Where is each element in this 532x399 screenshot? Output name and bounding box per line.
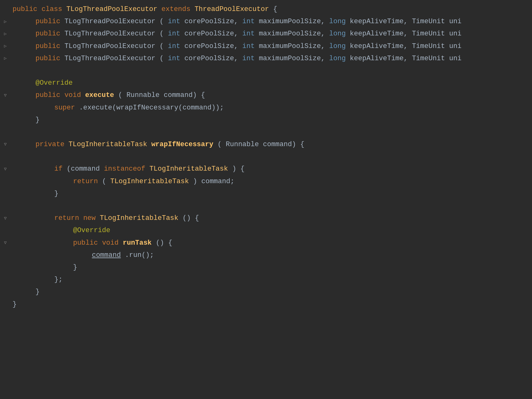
line-content-3: public TLogThreadPoolExecutor ( int core… (9, 28, 532, 39)
gutter-7: ▽ (0, 93, 9, 98)
code-line-blank-3 (0, 151, 532, 163)
line-content-14: return new TLogInheritableTask () { (9, 213, 532, 224)
line-content-8: super .execute(wrapIfNecessary(command))… (9, 102, 532, 113)
code-line-1: public class TLogThreadPoolExecutor exte… (0, 3, 532, 15)
line-content-16: public void runTask () { (9, 237, 532, 248)
gutter-11: ▽ (0, 167, 9, 171)
method-wrapifnecessary: wrapIfNecessary (151, 141, 213, 148)
keyword-class: class (41, 5, 62, 13)
line-content-4: public TLogThreadPoolExecutor ( int core… (9, 41, 532, 52)
line-content-6: @Override (9, 77, 532, 88)
code-line-5: ▷ public TLogThreadPoolExecutor ( int co… (0, 52, 532, 65)
code-line-16: ▽ public void runTask () { (0, 237, 532, 249)
gutter-3: ▷ (0, 32, 9, 36)
method-execute: execute (85, 91, 114, 99)
code-line-11: ▽ if (command instanceof TLogInheritable… (0, 163, 532, 175)
code-line-blank-2 (0, 126, 532, 138)
code-line-15: @Override (0, 224, 532, 237)
gutter-4: ▷ (0, 44, 9, 48)
line-content-17: command .run(); (9, 250, 532, 261)
line-content-5: public TLogThreadPoolExecutor ( int core… (9, 53, 532, 64)
code-line-blank-1 (0, 65, 532, 77)
code-line-17: command .run(); (0, 249, 532, 261)
code-line-blank-4 (0, 200, 532, 212)
code-line-14: ▽ return new TLogInheritableTask () { (0, 212, 532, 224)
code-line-8: super .execute(wrapIfNecessary(command))… (0, 102, 532, 114)
keyword-public: public (13, 5, 37, 13)
line-content-1: public class TLogThreadPoolExecutor exte… (9, 4, 532, 15)
line-content-20: } (9, 286, 532, 297)
fold-icon-4[interactable]: ▷ (3, 44, 8, 48)
code-line-12: return ( TLogInheritableTask ) command; (0, 175, 532, 188)
class-threadpoolexecutor: ThreadPoolExecutor (195, 5, 269, 13)
gutter-2: ▷ (0, 19, 9, 24)
code-line-13: } (0, 188, 532, 200)
line-content-18: } (9, 262, 532, 273)
keyword-extends: extends (161, 5, 190, 13)
method-runtask: runTask (123, 239, 152, 247)
code-line-10: ▽ private TLogInheritableTask wrapIfNece… (0, 138, 532, 151)
line-content-21: } (9, 299, 532, 310)
fold-icon-3[interactable]: ▷ (3, 32, 8, 36)
code-line-4: ▷ public TLogThreadPoolExecutor ( int co… (0, 40, 532, 52)
code-line-9: } (0, 114, 532, 126)
code-line-20: } (0, 286, 532, 298)
gutter-16: ▽ (0, 241, 9, 245)
code-line-18: } (0, 261, 532, 274)
annotation-override-2: @Override (73, 226, 110, 234)
fold-icon-10[interactable]: ▽ (3, 142, 8, 147)
line-content-11: if (command instanceof TLogInheritableTa… (9, 163, 532, 174)
fold-icon-16[interactable]: ▽ (3, 241, 8, 245)
line-content-7: public void execute ( Runnable command) … (9, 90, 532, 101)
code-line-6: @Override (0, 77, 532, 89)
var-command: command (92, 251, 121, 259)
code-line-2: ▷ public TLogThreadPoolExecutor ( int co… (0, 15, 532, 28)
line-content-13: } (9, 188, 532, 199)
line-content-19: }; (9, 274, 532, 285)
fold-icon-2[interactable]: ▷ (3, 19, 8, 24)
fold-icon-11[interactable]: ▽ (3, 167, 8, 171)
line-content-2: public TLogThreadPoolExecutor ( int core… (9, 16, 532, 27)
code-line-3: ▷ public TLogThreadPoolExecutor ( int co… (0, 28, 532, 40)
class-tlogthreadpoolexecutor: TLogThreadPoolExecutor (66, 5, 157, 13)
gutter-10: ▽ (0, 142, 9, 147)
line-content-12: return ( TLogInheritableTask ) command; (9, 176, 532, 187)
annotation-override: @Override (35, 79, 73, 87)
fold-icon-5[interactable]: ▷ (3, 56, 8, 61)
line-content-9: } (9, 114, 532, 125)
line-content-15: @Override (9, 225, 532, 236)
fold-icon-14[interactable]: ▽ (3, 216, 8, 221)
gutter-14: ▽ (0, 216, 9, 221)
fold-icon-7[interactable]: ▽ (3, 93, 8, 98)
code-line-21: } (0, 298, 532, 311)
code-editor: public class TLogThreadPoolExecutor exte… (0, 0, 532, 399)
line-content-10: private TLogInheritableTask wrapIfNecess… (9, 139, 532, 150)
gutter-5: ▷ (0, 56, 9, 61)
code-line-19: }; (0, 274, 532, 286)
code-line-7: ▽ public void execute ( Runnable command… (0, 89, 532, 101)
